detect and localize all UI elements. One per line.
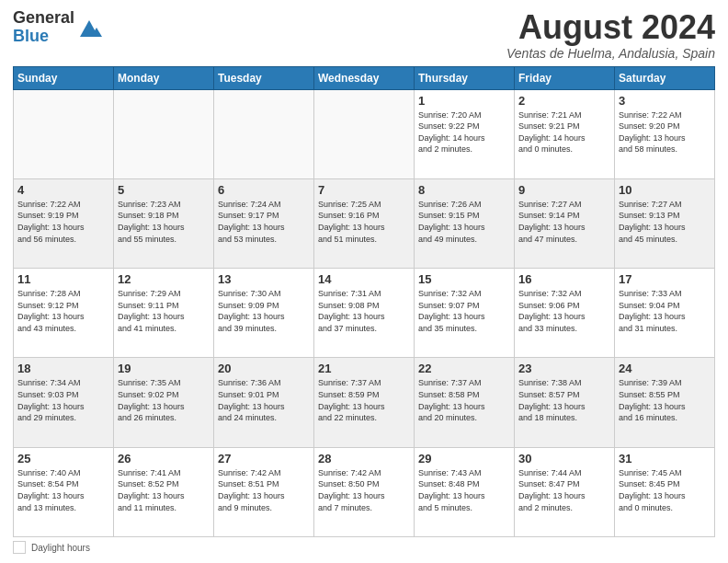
calendar-table: Sunday Monday Tuesday Wednesday Thursday… bbox=[13, 66, 715, 537]
calendar-week-row: 11Sunrise: 7:28 AM Sunset: 9:12 PM Dayli… bbox=[14, 269, 715, 358]
table-row: 25Sunrise: 7:40 AM Sunset: 8:54 PM Dayli… bbox=[14, 447, 114, 536]
day-info: Sunrise: 7:21 AM Sunset: 9:21 PM Dayligh… bbox=[518, 109, 610, 155]
day-info: Sunrise: 7:23 AM Sunset: 9:18 PM Dayligh… bbox=[118, 199, 210, 245]
table-row: 14Sunrise: 7:31 AM Sunset: 9:08 PM Dayli… bbox=[314, 269, 415, 358]
table-row: 31Sunrise: 7:45 AM Sunset: 8:45 PM Dayli… bbox=[615, 447, 715, 536]
table-row bbox=[214, 89, 314, 178]
table-row bbox=[314, 89, 415, 178]
day-info: Sunrise: 7:31 AM Sunset: 9:08 PM Dayligh… bbox=[318, 288, 410, 334]
logo-blue: Blue bbox=[13, 28, 74, 46]
day-info: Sunrise: 7:32 AM Sunset: 9:06 PM Dayligh… bbox=[518, 288, 610, 334]
day-info: Sunrise: 7:26 AM Sunset: 9:15 PM Dayligh… bbox=[418, 199, 510, 245]
day-number: 3 bbox=[619, 94, 711, 108]
day-number: 22 bbox=[418, 362, 510, 375]
calendar-week-row: 18Sunrise: 7:34 AM Sunset: 9:03 PM Dayli… bbox=[14, 358, 715, 447]
table-row: 1Sunrise: 7:20 AM Sunset: 9:22 PM Daylig… bbox=[415, 89, 515, 178]
day-info: Sunrise: 7:29 AM Sunset: 9:11 PM Dayligh… bbox=[118, 288, 210, 334]
day-number: 28 bbox=[318, 452, 410, 465]
day-number: 7 bbox=[318, 183, 410, 197]
footer-box bbox=[13, 541, 26, 554]
table-row: 24Sunrise: 7:39 AM Sunset: 8:55 PM Dayli… bbox=[615, 358, 715, 447]
table-row: 22Sunrise: 7:37 AM Sunset: 8:58 PM Dayli… bbox=[415, 358, 515, 447]
day-info: Sunrise: 7:27 AM Sunset: 9:13 PM Dayligh… bbox=[619, 199, 711, 245]
day-number: 9 bbox=[518, 183, 610, 197]
day-number: 24 bbox=[619, 362, 711, 375]
day-info: Sunrise: 7:36 AM Sunset: 9:01 PM Dayligh… bbox=[218, 377, 310, 423]
day-info: Sunrise: 7:27 AM Sunset: 9:14 PM Dayligh… bbox=[518, 199, 610, 245]
table-row: 7Sunrise: 7:25 AM Sunset: 9:16 PM Daylig… bbox=[314, 178, 415, 268]
header: General Blue August 2024 Ventas de Huelm… bbox=[13, 9, 715, 61]
logo: General Blue bbox=[13, 9, 102, 46]
day-info: Sunrise: 7:42 AM Sunset: 8:50 PM Dayligh… bbox=[318, 467, 410, 513]
day-info: Sunrise: 7:37 AM Sunset: 8:58 PM Dayligh… bbox=[418, 377, 510, 423]
col-friday: Friday bbox=[515, 66, 615, 89]
table-row: 21Sunrise: 7:37 AM Sunset: 8:59 PM Dayli… bbox=[314, 358, 415, 447]
table-row: 5Sunrise: 7:23 AM Sunset: 9:18 PM Daylig… bbox=[114, 178, 214, 268]
table-row: 11Sunrise: 7:28 AM Sunset: 9:12 PM Dayli… bbox=[14, 269, 114, 358]
table-row: 13Sunrise: 7:30 AM Sunset: 9:09 PM Dayli… bbox=[214, 269, 314, 358]
day-number: 15 bbox=[418, 272, 510, 286]
calendar-week-row: 4Sunrise: 7:22 AM Sunset: 9:19 PM Daylig… bbox=[14, 178, 715, 268]
day-info: Sunrise: 7:30 AM Sunset: 9:09 PM Dayligh… bbox=[218, 288, 310, 334]
col-wednesday: Wednesday bbox=[314, 66, 415, 89]
day-number: 20 bbox=[218, 362, 310, 375]
footer-label: Daylight hours bbox=[31, 543, 90, 553]
day-info: Sunrise: 7:44 AM Sunset: 8:47 PM Dayligh… bbox=[518, 467, 610, 513]
calendar-header-row: Sunday Monday Tuesday Wednesday Thursday… bbox=[14, 66, 715, 89]
day-number: 8 bbox=[418, 183, 510, 197]
day-info: Sunrise: 7:42 AM Sunset: 8:51 PM Dayligh… bbox=[218, 467, 310, 513]
table-row: 30Sunrise: 7:44 AM Sunset: 8:47 PM Dayli… bbox=[515, 447, 615, 536]
day-info: Sunrise: 7:24 AM Sunset: 9:17 PM Dayligh… bbox=[218, 199, 310, 245]
table-row: 4Sunrise: 7:22 AM Sunset: 9:19 PM Daylig… bbox=[14, 178, 114, 268]
day-info: Sunrise: 7:25 AM Sunset: 9:16 PM Dayligh… bbox=[318, 199, 410, 245]
table-row: 23Sunrise: 7:38 AM Sunset: 8:57 PM Dayli… bbox=[515, 358, 615, 447]
table-row bbox=[114, 89, 214, 178]
day-info: Sunrise: 7:22 AM Sunset: 9:20 PM Dayligh… bbox=[619, 109, 711, 155]
footer: Daylight hours bbox=[13, 541, 715, 554]
table-row: 27Sunrise: 7:42 AM Sunset: 8:51 PM Dayli… bbox=[214, 447, 314, 536]
table-row: 20Sunrise: 7:36 AM Sunset: 9:01 PM Dayli… bbox=[214, 358, 314, 447]
col-sunday: Sunday bbox=[14, 66, 114, 89]
table-row bbox=[14, 89, 114, 178]
day-info: Sunrise: 7:22 AM Sunset: 9:19 PM Dayligh… bbox=[17, 199, 109, 245]
day-number: 13 bbox=[218, 272, 310, 286]
day-number: 2 bbox=[518, 94, 610, 108]
col-thursday: Thursday bbox=[415, 66, 515, 89]
day-info: Sunrise: 7:39 AM Sunset: 8:55 PM Dayligh… bbox=[619, 377, 711, 423]
day-number: 27 bbox=[218, 452, 310, 465]
table-row: 19Sunrise: 7:35 AM Sunset: 9:02 PM Dayli… bbox=[114, 358, 214, 447]
day-number: 21 bbox=[318, 362, 410, 375]
day-info: Sunrise: 7:38 AM Sunset: 8:57 PM Dayligh… bbox=[518, 377, 610, 423]
day-info: Sunrise: 7:32 AM Sunset: 9:07 PM Dayligh… bbox=[418, 288, 510, 334]
day-number: 17 bbox=[619, 272, 711, 286]
logo-general: General bbox=[13, 9, 74, 28]
table-row: 9Sunrise: 7:27 AM Sunset: 9:14 PM Daylig… bbox=[515, 178, 615, 268]
table-row: 12Sunrise: 7:29 AM Sunset: 9:11 PM Dayli… bbox=[114, 269, 214, 358]
day-number: 31 bbox=[619, 452, 711, 465]
day-number: 16 bbox=[518, 272, 610, 286]
day-number: 11 bbox=[17, 272, 109, 286]
table-row: 6Sunrise: 7:24 AM Sunset: 9:17 PM Daylig… bbox=[214, 178, 314, 268]
day-number: 12 bbox=[118, 272, 210, 286]
table-row: 26Sunrise: 7:41 AM Sunset: 8:52 PM Dayli… bbox=[114, 447, 214, 536]
table-row: 28Sunrise: 7:42 AM Sunset: 8:50 PM Dayli… bbox=[314, 447, 415, 536]
day-number: 19 bbox=[118, 362, 210, 375]
col-tuesday: Tuesday bbox=[214, 66, 314, 89]
table-row: 18Sunrise: 7:34 AM Sunset: 9:03 PM Dayli… bbox=[14, 358, 114, 447]
table-row: 29Sunrise: 7:43 AM Sunset: 8:48 PM Dayli… bbox=[415, 447, 515, 536]
main-title: August 2024 bbox=[506, 9, 715, 46]
table-row: 10Sunrise: 7:27 AM Sunset: 9:13 PM Dayli… bbox=[615, 178, 715, 268]
table-row: 8Sunrise: 7:26 AM Sunset: 9:15 PM Daylig… bbox=[415, 178, 515, 268]
day-number: 14 bbox=[318, 272, 410, 286]
table-row: 2Sunrise: 7:21 AM Sunset: 9:21 PM Daylig… bbox=[515, 89, 615, 178]
col-saturday: Saturday bbox=[615, 66, 715, 89]
day-info: Sunrise: 7:33 AM Sunset: 9:04 PM Dayligh… bbox=[619, 288, 711, 334]
day-number: 10 bbox=[619, 183, 711, 197]
day-number: 1 bbox=[418, 94, 510, 108]
day-number: 6 bbox=[218, 183, 310, 197]
day-number: 26 bbox=[118, 452, 210, 465]
day-number: 18 bbox=[17, 362, 109, 375]
calendar-week-row: 25Sunrise: 7:40 AM Sunset: 8:54 PM Dayli… bbox=[14, 447, 715, 536]
day-info: Sunrise: 7:20 AM Sunset: 9:22 PM Dayligh… bbox=[418, 109, 510, 155]
day-info: Sunrise: 7:43 AM Sunset: 8:48 PM Dayligh… bbox=[418, 467, 510, 513]
